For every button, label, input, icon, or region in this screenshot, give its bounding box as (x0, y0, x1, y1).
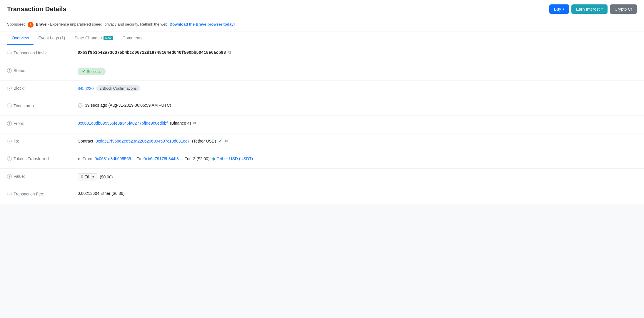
buy-chevron-icon: ▾ (563, 7, 564, 11)
row-block: ? Block: 8456230 2 Block Confirmations (0, 81, 644, 98)
label-timestamp: ? Timestamp: (7, 103, 78, 108)
label-to: ? To: (7, 138, 78, 143)
confirmations-badge: 2 Block Confirmations (96, 85, 140, 91)
ether-amount-badge: 0 Ether (78, 173, 97, 180)
copy-to-icon[interactable]: ⧉ (225, 138, 228, 143)
token-diamond-icon: ◆ (212, 156, 216, 161)
buy-button[interactable]: Buy ▾ (549, 4, 569, 14)
tokens-amount: 2 ($2.00) (193, 156, 210, 161)
state-changes-new-badge: New (104, 36, 113, 40)
label-from: ? From: (7, 120, 78, 126)
to-name: (Tether USD) (192, 139, 216, 143)
help-icon-timestamp[interactable]: ? (7, 103, 12, 108)
value-value: 0 Ether ($0.00) (78, 173, 637, 180)
tokens-to-address[interactable]: 0xb6a79178b844f8... (144, 156, 182, 161)
crypto-button[interactable]: Crypto Cr (610, 4, 637, 14)
help-icon-value[interactable]: ? (7, 174, 12, 179)
earn-interest-chevron-icon: ▾ (601, 7, 603, 11)
copy-from-icon[interactable]: ⧉ (193, 120, 196, 125)
row-to: ? To: Contract 0xdac17f958d2ee523a220620… (0, 133, 644, 151)
help-icon-tokens[interactable]: ? (7, 156, 12, 161)
label-transaction-fee: ? Transaction Fee: (7, 191, 78, 196)
value-transaction-hash: 0xb3f9b3b42a736375b4bcc06712d18748104ed6… (78, 50, 637, 55)
tab-comments[interactable]: Comments (118, 31, 147, 45)
sponsor-link[interactable]: Download the Brave browser today! (170, 22, 235, 26)
main-content: Overview Event Logs (1) State Changes Ne… (0, 31, 644, 204)
from-address-link[interactable]: 0x0681d8db095565fe8a346fa0277bffde9c0edb… (78, 121, 168, 125)
label-status: ? Status: (7, 68, 78, 73)
value-tokens-transferred: ▶ From 0x0681d8db095565... To 0xb6a79178… (78, 156, 637, 161)
row-transaction-hash: ? Transaction Hash: 0xb3f9b3b42a736375b4… (0, 45, 644, 63)
sponsor-bar: Sponsored: B Brave - Experience unparall… (0, 18, 644, 31)
earn-interest-button[interactable]: Earn Interest ▾ (571, 4, 608, 14)
token-name-link[interactable]: ◆ Tether USD (USDT) (212, 156, 253, 161)
top-buttons: Buy ▾ Earn Interest ▾ Crypto Cr (549, 4, 637, 14)
tokens-from-label: From (83, 156, 92, 161)
hash-text: 0xb3f9b3b42a736375b4bcc06712d18748104ed6… (78, 50, 226, 55)
contract-prefix: Contract (78, 139, 93, 143)
value-status: ✔ Success (78, 68, 637, 75)
tokens-from-address[interactable]: 0x0681d8db095565... (95, 156, 134, 161)
tokens-to-label: To (137, 156, 141, 161)
sponsor-label: Sponsored: (7, 22, 27, 26)
copy-hash-icon[interactable]: ⧉ (228, 50, 231, 55)
detail-table: ? Transaction Hash: 0xb3f9b3b42a736375b4… (0, 45, 644, 204)
value-timestamp: 🕐 39 secs ago (Aug-31-2019 06:06:59 AM +… (78, 103, 637, 108)
row-value: ? Value: 0 Ether ($0.00) (0, 169, 644, 186)
value-from: 0x0681d8db095565fe8a346fa0277bffde9c0edb… (78, 120, 637, 125)
tab-state-changes[interactable]: State Changes New (70, 31, 118, 45)
value-transaction-fee: 0.00213604 Ether ($0.36) (78, 191, 637, 196)
label-tokens-transferred: ? Tokens Transferred: (7, 156, 78, 161)
help-icon-fee[interactable]: ? (7, 192, 12, 196)
to-address-link[interactable]: 0xdac17f958d2ee523a2206206994597c13d831e… (96, 139, 190, 143)
sponsor-description: - Experience unparalleled speed, privacy… (48, 22, 169, 26)
page-title: Transaction Details (7, 5, 66, 13)
tab-event-logs[interactable]: Event Logs (1) (34, 31, 70, 45)
label-block: ? Block: (7, 85, 78, 91)
help-icon-status[interactable]: ? (7, 68, 12, 73)
tab-overview[interactable]: Overview (7, 31, 34, 45)
label-transaction-hash: ? Transaction Hash: (7, 50, 78, 55)
row-transaction-fee: ? Transaction Fee: 0.00213604 Ether ($0.… (0, 186, 644, 204)
from-name: (Binance 4) (170, 121, 191, 125)
brave-icon: B (28, 22, 34, 28)
row-from: ? From: 0x0681d8db095565fe8a346fa0277bff… (0, 116, 644, 133)
check-icon: ✔ (82, 69, 86, 74)
value-usd: ($0.00) (100, 175, 113, 179)
verified-icon: ✔ (218, 138, 222, 144)
row-timestamp: ? Timestamp: 🕐 39 secs ago (Aug-31-2019 … (0, 98, 644, 116)
top-bar: Transaction Details Buy ▾ Earn Interest … (0, 0, 644, 18)
tabs: Overview Event Logs (1) State Changes Ne… (0, 31, 644, 45)
sponsor-brand: Brave (36, 22, 46, 26)
tokens-for-label: For (185, 156, 191, 161)
help-icon-hash[interactable]: ? (7, 51, 12, 55)
block-number-link[interactable]: 8456230 (78, 86, 94, 91)
help-icon-from[interactable]: ? (7, 121, 12, 126)
help-icon-block[interactable]: ? (7, 86, 12, 91)
value-block: 8456230 2 Block Confirmations (78, 85, 637, 91)
help-icon-to[interactable]: ? (7, 139, 12, 143)
value-to: Contract 0xdac17f958d2ee523a220620699459… (78, 138, 637, 144)
label-value: ? Value: (7, 173, 78, 179)
row-tokens-transferred: ? Tokens Transferred: ▶ From 0x0681d8db0… (0, 151, 644, 169)
row-status: ? Status: ✔ Success (0, 63, 644, 81)
status-badge: ✔ Success (78, 68, 106, 75)
clock-icon: 🕐 (78, 103, 83, 108)
arrow-icon: ▶ (78, 157, 80, 161)
